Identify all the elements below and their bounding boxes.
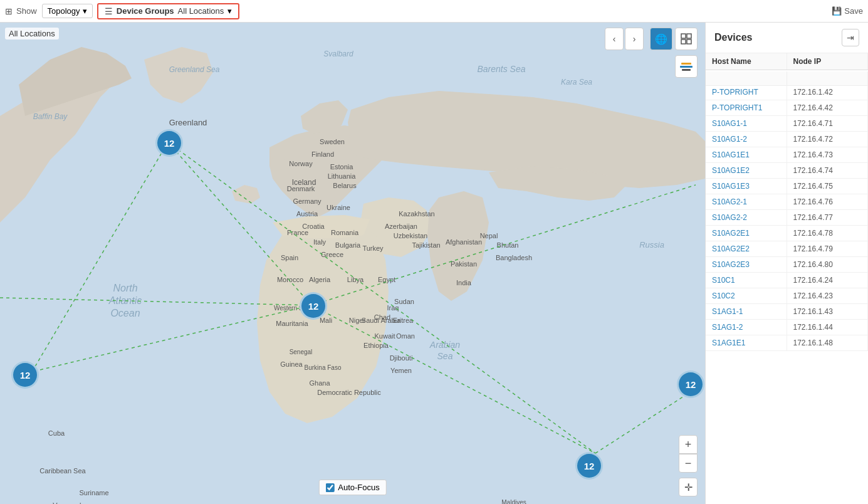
device-host-name[interactable]: S10C1 [706,273,787,288]
node-ip-col-header: Node IP [787,53,869,70]
device-host-name[interactable]: S10AG1E1 [706,147,787,162]
device-host-name[interactable]: S10AG2E1 [706,226,787,241]
svg-text:Democratic Republic: Democratic Republic [317,389,381,396]
table-row: S10C2172.16.4.23 [706,288,868,304]
device-node-ip: 172.16.1.43 [787,304,869,319]
svg-text:Ocean: Ocean [110,308,140,318]
panel-header: Devices ⇥ [706,23,868,53]
device-host-name[interactable]: S10AG1-2 [706,132,787,147]
svg-text:Iraq: Iraq [387,304,399,312]
world-map-svg: North Atlantic Ocean Barents Sea Kara Se… [0,23,705,504]
svg-text:Svalbard: Svalbard [323,50,353,58]
nav-left-button[interactable]: ‹ [605,28,624,50]
device-host-name[interactable]: S1AG1-2 [706,320,787,335]
device-groups-icon: ☰ [105,6,113,16]
device-node-ip: 172.16.1.44 [787,320,869,335]
layers-button[interactable] [675,55,698,78]
device-host-name[interactable]: P-TOPRIGHT1 [706,100,787,115]
cluster-atlantic[interactable]: 12 [11,361,39,389]
svg-text:Mauritania: Mauritania [276,320,308,327]
zoom-in-button[interactable]: + [679,435,698,454]
export-button[interactable]: ⇥ [842,29,859,46]
svg-text:Djibouti: Djibouti [390,354,413,362]
device-node-ip: 172.16.1.42 [787,85,869,100]
all-locations-chevron-icon: ▾ [227,6,232,16]
svg-text:Lithuania: Lithuania [328,172,357,180]
svg-text:India: India [456,279,472,286]
device-node-ip: 172.16.4.80 [787,257,869,272]
device-host-name[interactable]: P-TOPRIGHT [706,85,787,100]
device-node-ip: 172.16.4.75 [787,179,869,194]
table-row: S1AG1-1172.16.1.43 [706,304,868,320]
svg-text:Nepal: Nepal [480,232,498,239]
save-button[interactable]: 💾 Save [832,6,863,16]
svg-text:North: North [113,283,137,293]
map-move-button[interactable]: ✛ [679,478,698,496]
show-label: Show [16,6,37,16]
table-row: S1AG1-2172.16.1.44 [706,320,868,335]
device-table: Host Name Node IP P-TOPRIGHT172.16.1.42P… [706,53,868,504]
cluster-europe[interactable]: 12 [300,292,327,320]
cluster-count: 12 [308,301,319,312]
device-groups-button[interactable]: ☰ Device Groups All Locations ▾ [97,3,239,19]
device-host-name[interactable]: S1AG1-1 [706,304,787,319]
svg-text:Senegal: Senegal [290,349,313,355]
show-icon: ⊞ [5,6,13,16]
filter-row [706,71,868,86]
zoom-out-button[interactable]: − [679,454,698,473]
topology-select[interactable]: Topology ▾ [42,4,93,18]
svg-text:Italy: Italy [313,238,327,246]
right-panel: Devices ⇥ Host Name Node IP P-TOPRIGHT17… [705,23,868,504]
svg-rect-81 [687,39,691,44]
device-host-name[interactable]: S10C2 [706,288,787,303]
device-node-ip: 172.16.4.79 [787,241,869,256]
table-row: P-TOPRIGHT172.16.1.42 [706,85,868,100]
device-host-name[interactable]: S10AG2E2 [706,241,787,256]
cluster-right-edge[interactable]: 12 [677,370,704,398]
host-name-col-header: Host Name [706,53,787,70]
svg-text:Sweden: Sweden [320,138,345,145]
svg-text:Russia: Russia [639,240,664,249]
device-host-name[interactable]: S10AG2-1 [706,194,787,209]
svg-text:Bangladesh: Bangladesh [496,254,532,261]
device-host-name[interactable]: S10AG1-1 [706,116,787,131]
device-host-name[interactable]: S1AG1E1 [706,335,787,350]
cluster-count: 12 [20,370,31,381]
svg-text:Egypt: Egypt [378,276,395,283]
svg-text:Barents Sea: Barents Sea [477,64,525,74]
svg-text:Finland: Finland [311,150,334,158]
svg-text:Spain: Spain [281,254,298,261]
map-container[interactable]: North Atlantic Ocean Barents Sea Kara Se… [0,23,705,504]
auto-focus-control[interactable]: Auto-Focus [318,480,386,495]
device-host-name[interactable]: S10AG2E3 [706,257,787,272]
svg-text:Tajikistan: Tajikistan [412,241,440,249]
device-node-ip: 172.16.4.72 [787,132,869,147]
cluster-count: 12 [164,138,175,149]
main-content: North Atlantic Ocean Barents Sea Kara Se… [0,23,868,504]
svg-text:Guinea: Guinea [280,360,303,368]
svg-text:Ghana: Ghana [309,379,330,387]
cluster-greenland[interactable]: 12 [155,129,183,157]
map-type-controls: 🌐 [650,28,698,50]
nav-right-button[interactable]: › [625,28,644,50]
ip-filter-input[interactable] [787,71,869,85]
svg-text:Baffin Bay: Baffin Bay [33,112,68,121]
device-groups-label: Device Groups [117,6,174,16]
svg-text:Greenland: Greenland [169,118,207,127]
device-node-ip: 172.16.4.76 [787,194,869,209]
export-icon: ⇥ [847,33,854,43]
host-filter-input[interactable] [706,71,787,85]
svg-text:Greece: Greece [321,251,343,258]
device-host-name[interactable]: S10AG1E3 [706,179,787,194]
svg-rect-79 [687,34,691,38]
auto-focus-checkbox[interactable] [325,483,334,492]
device-host-name[interactable]: S10AG2-2 [706,210,787,225]
map-nav-controls: ‹ › [605,28,644,50]
svg-text:Romania: Romania [331,229,359,236]
device-host-name[interactable]: S10AG1E2 [706,163,787,178]
cluster-india[interactable]: 12 [575,452,603,480]
svg-text:Azerbaijan: Azerbaijan [385,223,417,230]
grid-view-button[interactable] [675,28,698,50]
cluster-count: 12 [584,461,595,471]
globe-view-button[interactable]: 🌐 [650,28,672,50]
